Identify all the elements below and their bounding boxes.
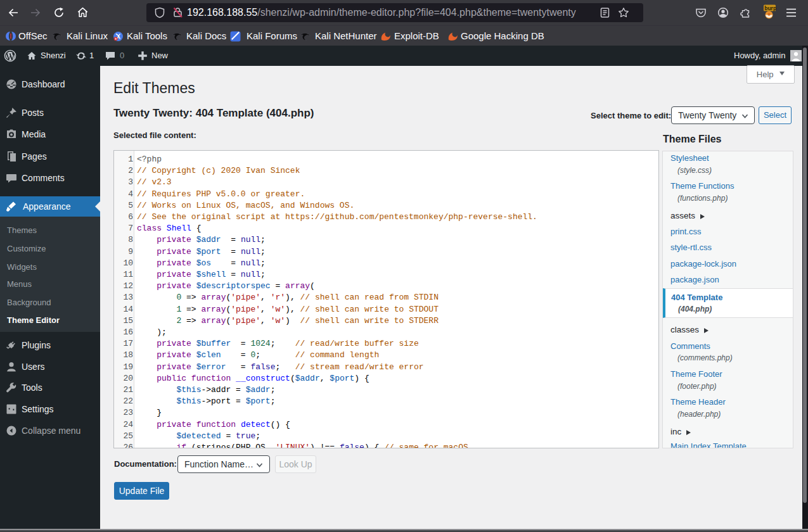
svg-text:burp: burp [764, 5, 776, 11]
